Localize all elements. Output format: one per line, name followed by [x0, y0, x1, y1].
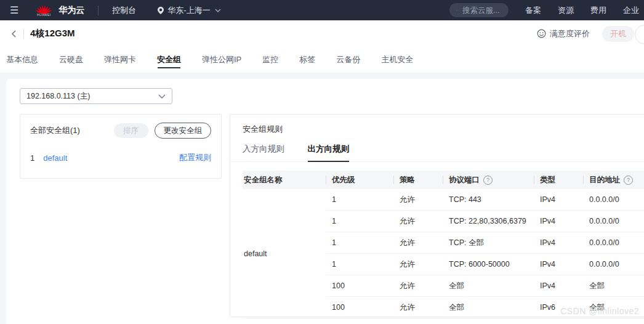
feedback-label: 满意度评价: [550, 28, 590, 39]
tab-outbound-rules[interactable]: 出方向规则: [308, 144, 350, 155]
security-group-content-card: 192.168.0.113 (主) 全部安全组(1) 排序 更改安全组 1 de…: [6, 79, 644, 324]
strategy-cell: 允许: [393, 232, 443, 254]
col-header-type: 类型: [534, 171, 583, 189]
col-header-destination: 目的地址?: [583, 171, 644, 189]
tab-nics[interactable]: 弹性网卡: [104, 47, 136, 73]
page-header-bar: 4核12G3M 满意度评价 开机: [0, 20, 644, 47]
nav-link-beian[interactable]: 备案: [525, 5, 541, 16]
type-cell: IPv4: [534, 211, 583, 232]
left-panel-header: 全部安全组(1) 排序 更改安全组: [20, 123, 221, 139]
back-button[interactable]: [10, 30, 17, 38]
cloud-search-box[interactable]: [449, 3, 509, 17]
chevron-down-icon: [215, 9, 221, 12]
priority-cell: 1: [326, 211, 393, 232]
destination-cell: 0.0.0.0/0: [583, 232, 644, 254]
help-icon[interactable]: ?: [624, 176, 633, 185]
nav-link-resources[interactable]: 资源: [558, 5, 574, 16]
page-header-actions: 满意度评价 开机: [537, 26, 634, 42]
satisfaction-feedback-link[interactable]: 满意度评价: [537, 28, 590, 39]
strategy-cell: 允许: [393, 254, 443, 275]
group-index: 1: [30, 153, 34, 163]
tab-basic-info[interactable]: 基本信息: [6, 47, 38, 73]
region-label: 华东-上海一: [167, 5, 210, 16]
brand-name[interactable]: 华为云: [58, 5, 84, 16]
protocol-cell: TCP: 443: [443, 189, 534, 211]
csdn-watermark: CSDN @linlinlove2: [560, 306, 639, 316]
priority-cell: 100: [326, 275, 393, 297]
nav-divider: [98, 6, 99, 15]
server-title: 4核12G3M: [30, 28, 75, 39]
strategy-cell: 允许: [393, 275, 443, 297]
tab-security-groups[interactable]: 安全组: [157, 47, 181, 73]
type-cell: IPv4: [534, 189, 583, 211]
type-cell: IPv4: [534, 254, 583, 275]
nic-selected-value: 192.168.0.113 (主): [26, 91, 90, 102]
priority-cell: 100: [326, 297, 393, 318]
outbound-rules-table: 安全组名称 优先级 策略 协议端口? 类型 目的地址? default 1 允许…: [243, 171, 644, 318]
priority-cell: 1: [326, 189, 393, 211]
group-name-link[interactable]: default: [43, 153, 67, 163]
chevron-down-icon: [158, 94, 166, 99]
location-pin-icon: [157, 6, 164, 15]
type-cell: IPv4: [534, 232, 583, 254]
tab-evs-disks[interactable]: 云硬盘: [59, 47, 83, 73]
protocol-cell: 全部: [443, 275, 534, 297]
nav-link-billing[interactable]: 费用: [590, 5, 606, 16]
hamburger-menu-icon[interactable]: ☰: [10, 6, 18, 15]
protocol-cell: 全部: [443, 297, 534, 318]
security-group-list-panel: 全部安全组(1) 排序 更改安全组 1 default 配置规则: [20, 114, 222, 179]
rules-panel-title: 安全组规则: [243, 124, 644, 135]
strategy-cell: 允许: [393, 211, 443, 232]
col-header-protocol-port: 协议端口?: [443, 171, 534, 189]
change-security-group-button[interactable]: 更改安全组: [155, 123, 212, 139]
console-link[interactable]: 控制台: [112, 5, 136, 16]
tab-host-security[interactable]: 主机安全: [381, 47, 413, 73]
table-row: default 1 允许 TCP: 443 IPv4 0.0.0.0/0: [243, 189, 644, 211]
nic-select-dropdown[interactable]: 192.168.0.113 (主): [20, 88, 172, 104]
col-header-group-name: 安全组名称: [243, 171, 326, 189]
security-group-list-item: 1 default 配置规则: [20, 152, 221, 163]
group-name-cell: default: [243, 189, 326, 318]
logo-wordmark: HUAWEI: [37, 14, 51, 17]
search-icon: [456, 6, 457, 14]
protocol-cell: TCP: 22,80,3306,6379: [443, 211, 534, 232]
security-group-rules-panel: 安全组规则 入方向规则 出方向规则 安全组名称 优先级 策略 协议端口? 类型 …: [230, 114, 644, 317]
destination-cell: 全部: [583, 275, 644, 297]
protocol-cell: TCP: 6000-50000: [443, 254, 534, 275]
configure-rules-link[interactable]: 配置规则: [179, 152, 211, 163]
top-nav-bar: ☰ HUAWEI 华为云 控制台 华东-上海一: [0, 0, 644, 20]
power-on-button[interactable]: 开机: [602, 26, 634, 42]
tab-tags[interactable]: 标签: [299, 47, 315, 73]
smiley-icon: [537, 29, 546, 38]
type-cell: IPv4: [534, 275, 583, 297]
destination-cell: 0.0.0.0/0: [583, 254, 644, 275]
strategy-cell: 允许: [393, 297, 443, 318]
col-header-strategy: 策略: [393, 171, 443, 189]
table-header-row: 安全组名称 优先级 策略 协议端口? 类型 目的地址?: [243, 171, 644, 189]
destination-cell: 0.0.0.0/0: [583, 211, 644, 232]
nav-link-enterprise[interactable]: 企业: [623, 5, 639, 16]
title-divider: [23, 29, 24, 39]
detail-tab-bar: 基本信息 云硬盘 弹性网卡 安全组 弹性公网IP 监控 标签 云备份 主机安全: [0, 47, 644, 73]
rule-direction-tabs: 入方向规则 出方向规则: [230, 144, 644, 162]
col-header-priority: 优先级: [326, 171, 393, 189]
destination-cell: 0.0.0.0/0: [583, 189, 644, 211]
huawei-logo[interactable]: HUAWEI: [34, 4, 53, 17]
protocol-cell: TCP: 全部: [443, 232, 534, 254]
priority-cell: 1: [326, 254, 393, 275]
priority-cell: 1: [326, 232, 393, 254]
tab-inbound-rules[interactable]: 入方向规则: [243, 144, 284, 155]
strategy-cell: 允许: [393, 189, 443, 211]
sort-button[interactable]: 排序: [114, 123, 148, 138]
all-security-groups-label: 全部安全组(1): [30, 125, 80, 136]
search-input[interactable]: [461, 6, 502, 15]
tab-monitoring[interactable]: 监控: [262, 47, 278, 73]
tab-eips[interactable]: 弹性公网IP: [202, 47, 241, 73]
help-icon[interactable]: ?: [483, 176, 493, 185]
nav-right-group: 备案 资源 费用 企业: [449, 3, 644, 17]
tab-cloud-backup[interactable]: 云备份: [336, 47, 360, 73]
region-selector[interactable]: 华东-上海一: [157, 5, 220, 16]
chevron-left-icon: [10, 30, 17, 38]
